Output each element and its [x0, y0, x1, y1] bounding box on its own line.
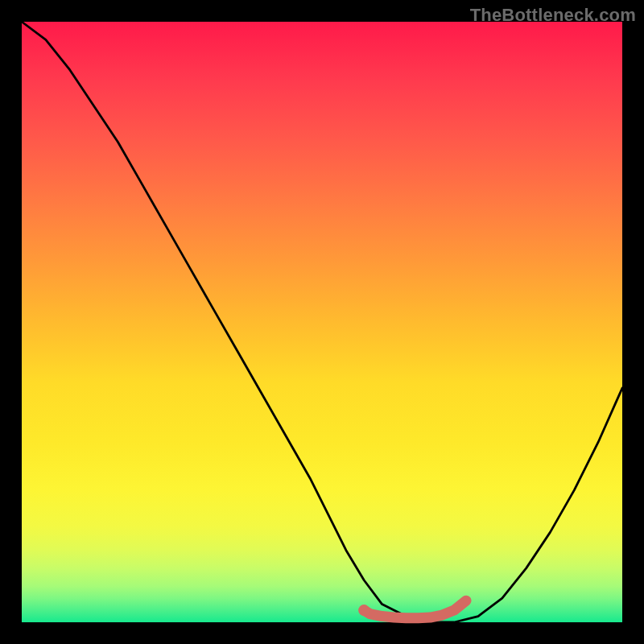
watermark: TheBottleneck.com: [470, 5, 636, 26]
chart-svg: [22, 22, 622, 622]
bottleneck-curve: [22, 22, 622, 622]
optimal-marker-dot: [358, 605, 369, 616]
optimal-marker: [364, 601, 466, 618]
plot-area: [22, 22, 622, 622]
chart-container: TheBottleneck.com: [0, 0, 644, 644]
